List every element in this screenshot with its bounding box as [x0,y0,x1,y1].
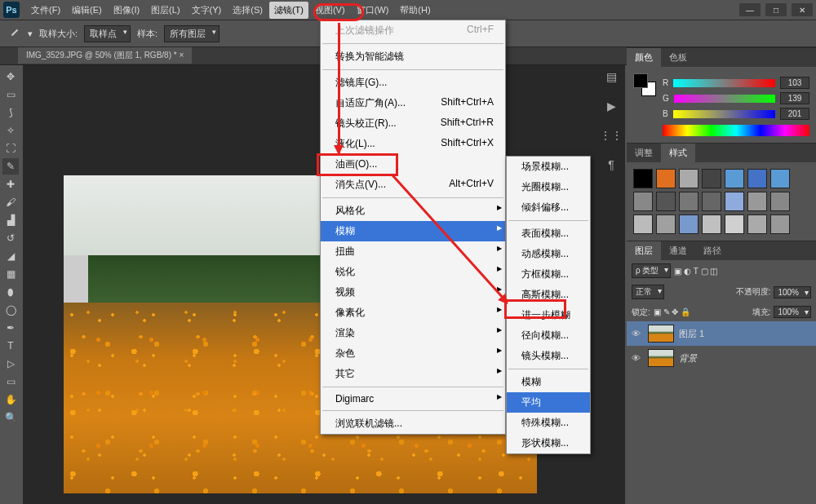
swatch[interactable] [702,192,721,211]
menu-item[interactable]: 滤镜库(G)... [321,73,505,93]
menu-help[interactable]: 帮助(H) [395,2,435,19]
spectrum[interactable] [663,125,809,136]
swatch[interactable] [679,192,698,211]
opacity-select[interactable]: 100% [774,286,811,298]
menu-item[interactable]: 像素化 [321,303,505,323]
blur-item[interactable]: 场景模糊... [507,157,590,177]
menu-item[interactable]: 视频 [321,282,505,303]
visibility-icon[interactable]: 👁 [632,329,643,338]
b-slider[interactable] [673,110,775,118]
marquee-tool[interactable]: ▭ [2,86,19,103]
move-tool[interactable]: ✥ [2,69,19,85]
r-slider[interactable] [673,79,775,87]
menu-item-blur[interactable]: 模糊 [321,221,505,241]
styles-tab[interactable]: 样式 [661,144,695,162]
visibility-icon[interactable]: 👁 [632,353,643,363]
swatch[interactable] [633,214,653,234]
menu-image[interactable]: 图像(I) [109,2,144,19]
brushes-icon[interactable]: ⋮⋮ [600,129,623,142]
layer-row[interactable]: 👁 背景 [627,346,816,370]
menu-edit[interactable]: 编辑(E) [67,2,107,19]
menu-filter[interactable]: 滤镜(T) [269,2,308,19]
document-tab[interactable]: IMG_3529.JPG @ 50% (图层 1, RGB/8) * × [18,47,192,64]
g-value[interactable]: 139 [780,92,809,104]
channels-tab[interactable]: 通道 [661,241,695,260]
menu-item[interactable]: 液化(L)...Shift+Ctrl+X [321,134,505,154]
swatch[interactable] [702,169,721,188]
eraser-tool[interactable]: ◢ [2,248,19,264]
blur-item[interactable]: 方框模糊... [507,264,590,285]
swatch[interactable] [656,214,676,234]
paths-tab[interactable]: 路径 [695,241,730,260]
blur-item[interactable]: 光圈模糊... [507,177,590,197]
swatch[interactable] [679,169,698,188]
g-slider[interactable] [674,95,775,103]
blur-item[interactable]: 镜头模糊... [507,346,590,366]
sample-size-select[interactable]: 取样点 [84,25,131,42]
layers-tab[interactable]: 图层 [627,241,661,260]
menu-select[interactable]: 选择(S) [228,2,268,19]
character-icon[interactable]: ¶ [608,158,614,171]
layer-kind-select[interactable]: ρ 类型 [632,263,671,278]
dodge-tool[interactable]: ◯ [2,302,19,318]
b-value[interactable]: 201 [780,108,809,120]
heal-tool[interactable]: ✚ [2,176,19,192]
adjust-tab[interactable]: 调整 [627,144,661,162]
swatch[interactable] [747,214,767,234]
blur-item[interactable]: 径向模糊... [507,325,590,346]
swatch[interactable] [656,192,676,211]
blur-item[interactable]: 形状模糊... [507,433,590,453]
swatch[interactable] [770,169,790,188]
swatch[interactable] [725,192,744,211]
maximize-button[interactable]: □ [765,3,787,16]
brush-tool[interactable]: 🖌 [2,194,19,210]
eyedropper-tool[interactable]: ✎ [2,158,19,175]
swatch[interactable] [633,169,653,188]
menu-item[interactable]: 杂色 [321,343,505,364]
blur-item[interactable]: 表面模糊... [507,223,590,244]
menu-item[interactable]: 浏览联机滤镜... [321,413,505,434]
shape-tool[interactable]: ▭ [2,374,19,390]
menu-item[interactable]: 消失点(V)...Alt+Ctrl+V [321,175,505,195]
crop-tool[interactable]: ⛶ [2,140,19,157]
menu-file[interactable]: 文件(F) [26,2,65,19]
fill-select[interactable]: 100% [774,306,811,318]
blur-item[interactable]: 动感模糊... [507,244,590,264]
swatch[interactable] [725,169,744,188]
swatch[interactable] [747,169,767,188]
close-button[interactable]: ✕ [792,3,813,16]
wand-tool[interactable]: ✧ [2,122,19,139]
blur-item[interactable]: 模糊 [507,372,590,392]
type-tool[interactable]: T [2,338,19,354]
color-tab[interactable]: 颜色 [627,48,661,67]
r-value[interactable]: 103 [780,77,809,89]
gradient-tool[interactable]: ▦ [2,266,19,282]
minimize-button[interactable]: — [739,3,761,16]
menu-layer[interactable]: 图层(L) [146,2,184,19]
zoom-tool[interactable]: 🔍 [2,409,19,426]
history-icon[interactable]: ▤ [606,70,617,83]
blur-tool[interactable]: ⬮ [2,284,19,300]
swatch[interactable] [725,214,744,234]
menu-item[interactable]: 其它 [321,364,505,384]
blend-mode-select[interactable]: 正常 [632,285,664,299]
menu-item-last-filter[interactable]: 上次滤镜操作Ctrl+F [321,20,505,41]
menu-item-smart-filter[interactable]: 转换为智能滤镜 [321,46,505,67]
swatch[interactable] [770,192,790,211]
menu-item[interactable]: 镜头校正(R)...Shift+Ctrl+R [321,113,505,134]
swatches-tab[interactable]: 色板 [661,48,695,67]
path-tool[interactable]: ▷ [2,356,19,372]
layer-row[interactable]: 👁 图层 1 [627,321,816,346]
eyedropper-icon[interactable] [8,27,21,40]
menu-item[interactable]: 扭曲 [321,241,505,262]
hand-tool[interactable]: ✋ [2,391,19,408]
menu-item[interactable]: 自适应广角(A)...Shift+Ctrl+A [321,93,505,113]
play-icon[interactable]: ▶ [607,99,616,113]
swatch[interactable] [679,214,698,234]
swatch[interactable] [747,192,767,211]
stamp-tool[interactable]: ▟ [2,212,19,228]
swatch[interactable] [633,192,653,211]
sample-target-select[interactable]: 所有图层 [164,25,220,42]
fg-bg-color[interactable] [633,73,656,96]
menu-item[interactable]: 风格化 [321,201,505,221]
